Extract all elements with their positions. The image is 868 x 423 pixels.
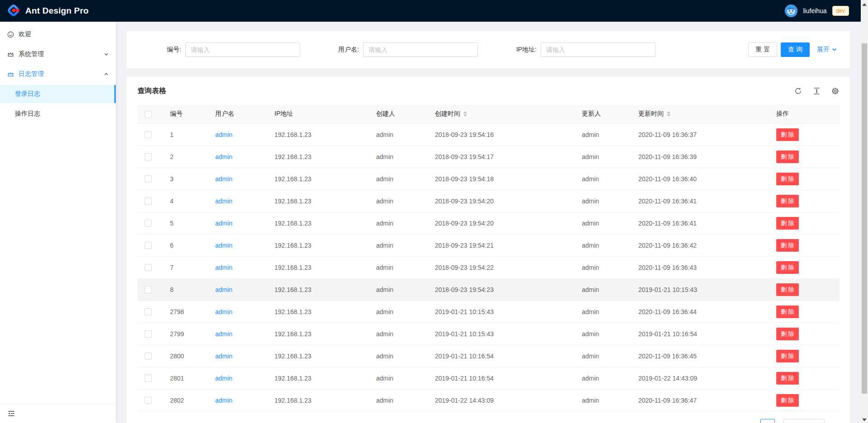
username-field-input[interactable]: [363, 42, 478, 57]
column-header-created-time[interactable]: 创建时间: [428, 105, 575, 123]
row-checkbox[interactable]: [145, 131, 152, 138]
cell-ip: 192.168.1.23: [267, 323, 369, 345]
table-row: 1 admin 192.168.1.23 admin 2018-09-23 19…: [137, 123, 840, 146]
chevron-down-icon: [104, 52, 108, 56]
row-checkbox[interactable]: [145, 375, 152, 382]
cell-creator: admin: [369, 367, 428, 389]
username-link[interactable]: admin: [215, 352, 232, 360]
table-row: 7 admin 192.168.1.23 admin 2018-09-23 19…: [137, 256, 840, 278]
delete-button[interactable]: 删 除: [776, 372, 799, 385]
expand-link[interactable]: 展开: [817, 46, 837, 54]
username-link[interactable]: admin: [215, 153, 232, 160]
sidebar-item-log-management[interactable]: 日志管理: [0, 65, 116, 83]
scrollbar-thumb[interactable]: [862, 43, 867, 394]
sort-carets-icon[interactable]: [463, 111, 467, 117]
username-link[interactable]: admin: [215, 220, 232, 227]
cell-updater: admin: [575, 367, 631, 389]
cell-id: 3: [163, 168, 208, 190]
delete-button[interactable]: 删 除: [776, 306, 799, 318]
cell-updated-time: 2020-11-09 16:36:45: [631, 345, 769, 367]
table-row: 2800 admin 192.168.1.23 admin 2019-01-21…: [137, 345, 840, 367]
vertical-scrollbar[interactable]: [861, 0, 868, 423]
delete-button[interactable]: 删 除: [776, 217, 799, 230]
table-row: 8 admin 192.168.1.23 admin 2018-09-23 19…: [137, 278, 840, 301]
delete-button[interactable]: 删 除: [776, 350, 799, 362]
table-title: 查询表格: [137, 86, 166, 96]
ip-field-input[interactable]: [541, 42, 656, 57]
top-header: Ant Design Pro liufeihua dev: [0, 0, 861, 22]
delete-button[interactable]: 删 除: [776, 239, 799, 252]
user-avatar[interactable]: [785, 5, 797, 17]
crown-icon: [7, 71, 14, 78]
row-checkbox[interactable]: [145, 397, 152, 404]
delete-button[interactable]: 删 除: [776, 328, 799, 340]
sidebar: 欢迎 系统管理: [0, 22, 116, 423]
column-header-creator: 创建人: [369, 105, 428, 123]
cell-created-time: 2018-09-23 19:54:16: [428, 123, 575, 146]
delete-button[interactable]: 删 除: [776, 394, 799, 407]
row-checkbox[interactable]: [145, 175, 152, 183]
reset-button[interactable]: 重 置: [748, 42, 777, 57]
id-field-input[interactable]: [185, 42, 300, 57]
row-checkbox[interactable]: [145, 242, 152, 249]
scrollbar-down-arrow-icon[interactable]: [862, 418, 867, 421]
reload-icon[interactable]: [794, 87, 802, 95]
ip-field-label: IP地址:: [482, 46, 541, 54]
row-checkbox[interactable]: [145, 264, 152, 271]
delete-button[interactable]: 删 除: [776, 128, 799, 141]
cell-updater: admin: [575, 146, 631, 168]
scrollbar-up-arrow-icon[interactable]: [862, 3, 867, 6]
row-checkbox[interactable]: [145, 153, 152, 160]
cell-updater: admin: [575, 168, 631, 190]
pagination-page-1[interactable]: 1: [760, 419, 775, 423]
row-checkbox[interactable]: [145, 308, 152, 315]
page-size-select[interactable]: [783, 419, 825, 423]
username-link[interactable]: admin: [215, 397, 232, 404]
username-link[interactable]: admin: [215, 131, 232, 138]
cell-ip: 192.168.1.23: [267, 168, 369, 190]
delete-button[interactable]: 删 除: [776, 150, 799, 163]
sidebar-item-label: 系统管理: [19, 50, 44, 58]
sidebar-item-login-log[interactable]: 登录日志: [0, 85, 116, 103]
username-link[interactable]: admin: [215, 197, 232, 205]
cell-ip: 192.168.1.23: [267, 278, 369, 301]
row-checkbox[interactable]: [145, 352, 152, 360]
cell-created-time: 2019-01-21 10:15:43: [428, 323, 575, 345]
delete-button[interactable]: 删 除: [776, 261, 799, 274]
username-link[interactable]: admin: [215, 330, 232, 338]
setting-icon[interactable]: [831, 87, 839, 95]
username-link[interactable]: admin: [215, 286, 232, 293]
username-link[interactable]: admin: [215, 242, 232, 249]
sidebar-item-welcome[interactable]: 欢迎: [0, 25, 116, 43]
cell-creator: admin: [369, 123, 428, 146]
delete-button[interactable]: 删 除: [776, 283, 799, 296]
user-name[interactable]: liufeihua: [803, 7, 826, 14]
sort-carets-icon[interactable]: [667, 111, 670, 117]
select-all-checkbox[interactable]: [145, 111, 152, 118]
column-header-updated-time[interactable]: 更新时间: [631, 105, 769, 123]
menu-fold-icon[interactable]: [8, 410, 15, 417]
row-checkbox[interactable]: [145, 330, 152, 338]
sidebar-item-system-management[interactable]: 系统管理: [0, 45, 116, 63]
username-link[interactable]: admin: [215, 175, 232, 183]
column-header-updater: 更新人: [575, 105, 631, 123]
column-height-icon[interactable]: [813, 87, 821, 95]
delete-button[interactable]: 删 除: [776, 195, 799, 207]
search-form-card: 编号: 用户名: IP地址: 重 置 查 询: [127, 31, 850, 68]
logo-home-link[interactable]: Ant Design Pro: [6, 3, 89, 19]
cell-updated-time: 2020-11-09 16:36:37: [631, 123, 769, 146]
row-checkbox[interactable]: [145, 286, 152, 293]
row-checkbox[interactable]: [145, 220, 152, 227]
table-row: 2799 admin 192.168.1.23 admin 2019-01-21…: [137, 323, 840, 345]
cell-updater: admin: [575, 301, 631, 323]
username-link[interactable]: admin: [215, 264, 232, 271]
username-link[interactable]: admin: [215, 375, 232, 382]
username-link[interactable]: admin: [215, 308, 232, 315]
cell-creator: admin: [369, 278, 428, 301]
query-button[interactable]: 查 询: [781, 42, 810, 57]
env-tag-badge[interactable]: dev: [832, 6, 849, 16]
table-row: 5 admin 192.168.1.23 admin 2018-09-23 19…: [137, 212, 840, 234]
sidebar-item-operation-log[interactable]: 操作日志: [0, 105, 116, 123]
delete-button[interactable]: 删 除: [776, 173, 799, 185]
row-checkbox[interactable]: [145, 197, 152, 205]
